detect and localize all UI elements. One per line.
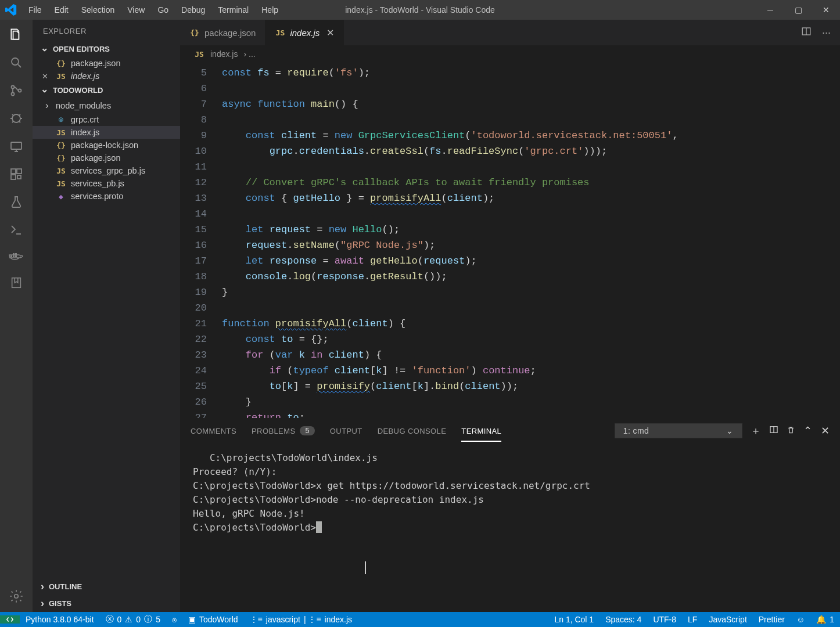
open-editor-item[interactable]: ✕JSindex.js xyxy=(33,70,180,82)
file-item[interactable]: JSservices_grpc_pb.js xyxy=(33,164,180,177)
svg-rect-8 xyxy=(11,175,16,179)
line-number: 26 xyxy=(180,394,222,410)
menu-file[interactable]: File xyxy=(22,2,48,18)
beaker-icon[interactable] xyxy=(9,195,23,209)
file-icon: JS xyxy=(56,72,66,81)
close-icon[interactable]: ✕ xyxy=(812,5,840,15)
menu-selection[interactable]: Selection xyxy=(75,2,121,18)
python-status[interactable]: Python 3.8.0 64-bit xyxy=(20,615,100,624)
prettier-status[interactable]: Prettier xyxy=(753,615,791,624)
panel-tab-debug-console[interactable]: DEBUG CONSOLE xyxy=(378,427,447,435)
editor-tab[interactable]: {}package.json xyxy=(180,20,265,45)
file-item[interactable]: {}package-lock.json xyxy=(33,139,180,152)
folder-item[interactable]: node_modules xyxy=(33,98,180,113)
eol-status[interactable]: LF xyxy=(682,615,703,624)
open-editors-section[interactable]: OPEN EDITORS xyxy=(33,41,180,57)
editor-tabs: {}package.jsonJSindex.js✕ ··· xyxy=(180,20,840,45)
indent-status[interactable]: Spaces: 4 xyxy=(600,615,647,624)
notifications-icon[interactable]: 🔔 1 xyxy=(810,615,840,624)
file-icon: {} xyxy=(56,59,66,68)
remote-icon[interactable] xyxy=(9,139,23,153)
file-item[interactable]: JSservices_pb.js xyxy=(33,177,180,190)
svg-rect-6 xyxy=(11,169,16,174)
workspace-name: TodoWorld xyxy=(199,615,238,624)
breadcrumb-file: index.js xyxy=(210,49,238,59)
panel-tab-output[interactable]: OUTPUT xyxy=(330,427,362,435)
new-terminal-icon[interactable]: ＋ xyxy=(751,424,761,438)
workspace-status[interactable]: ▣ TodoWorld xyxy=(182,615,244,624)
info-icon: ⓘ xyxy=(144,614,152,625)
workspace-section[interactable]: TODOWORLD xyxy=(33,82,180,98)
file-item[interactable]: {}package.json xyxy=(33,152,180,164)
search-icon[interactable] xyxy=(9,56,23,70)
file-name: services_grpc_pb.js xyxy=(71,166,145,175)
menu-go[interactable]: Go xyxy=(151,2,175,18)
split-terminal-icon[interactable] xyxy=(769,425,778,437)
file-icon: ⌾ xyxy=(56,116,66,124)
breadcrumb[interactable]: JS index.js › ... xyxy=(180,45,840,63)
feedback-icon[interactable]: ☺ xyxy=(791,615,810,624)
close-panel-icon[interactable]: ✕ xyxy=(821,424,830,437)
file-icon: JS xyxy=(56,167,66,175)
line-number: 7 xyxy=(180,96,222,112)
more-icon[interactable]: ··· xyxy=(822,27,831,39)
live-share-icon[interactable]: ⍟ xyxy=(166,615,182,624)
line-number: 15 xyxy=(180,222,222,237)
problems-status[interactable]: ⓧ0 ⚠0 ⓘ5 xyxy=(100,614,166,625)
chevron-down-icon: ⌄ xyxy=(726,426,733,435)
remote-indicator[interactable] xyxy=(0,615,20,624)
menu-help[interactable]: Help xyxy=(255,2,285,18)
bookmark-icon[interactable] xyxy=(10,276,23,289)
lang-scope[interactable]: ⋮≡ javascript | ⋮≡ index.js xyxy=(244,615,358,624)
editor-tab[interactable]: JSindex.js✕ xyxy=(265,20,344,45)
debug-icon[interactable] xyxy=(9,111,23,125)
menu-debug[interactable]: Debug xyxy=(175,2,211,18)
code-editor[interactable]: 5const fs = require('fs');67async functi… xyxy=(180,63,840,418)
settings-gear-icon[interactable] xyxy=(9,589,24,604)
line-number: 18 xyxy=(180,269,222,284)
kill-terminal-icon[interactable] xyxy=(787,425,795,437)
open-editor-item[interactable]: {}package.json xyxy=(33,57,180,70)
warn-count: 0 xyxy=(136,615,141,624)
source-control-icon[interactable] xyxy=(9,84,23,98)
terminal-activity-icon[interactable] xyxy=(9,223,23,237)
line-number: 24 xyxy=(180,363,222,379)
svg-rect-5 xyxy=(11,142,21,149)
encoding-status[interactable]: UTF-8 xyxy=(647,615,682,624)
file-item[interactable]: ⌾grpc.crt xyxy=(33,113,180,126)
split-editor-icon[interactable] xyxy=(801,26,812,39)
vscode-logo-icon xyxy=(0,4,22,16)
panel-tab-problems[interactable]: PROBLEMS 5 xyxy=(252,426,315,435)
docker-icon[interactable] xyxy=(9,251,24,262)
close-editor-icon[interactable]: ✕ xyxy=(42,72,51,81)
cursor-position[interactable]: Ln 1, Col 1 xyxy=(548,615,600,624)
svg-point-4 xyxy=(12,114,20,122)
menu-terminal[interactable]: Terminal xyxy=(211,2,255,18)
file-name: services_pb.js xyxy=(71,179,124,188)
maximize-panel-icon[interactable]: ⌃ xyxy=(803,424,812,437)
menu-edit[interactable]: Edit xyxy=(48,2,75,18)
language-mode[interactable]: JavaScript xyxy=(703,615,752,624)
file-name: index.js xyxy=(71,128,99,137)
gists-section[interactable]: GISTS xyxy=(33,595,180,612)
line-number: 20 xyxy=(180,300,222,316)
line-number: 14 xyxy=(180,206,222,222)
terminal[interactable]: C:\projects\TodoWorld\index.jsProceed? (… xyxy=(180,443,840,612)
minimize-icon[interactable]: ─ xyxy=(756,5,784,15)
panel-tab-comments[interactable]: COMMENTS xyxy=(191,427,236,435)
panel-tab-terminal[interactable]: TERMINAL xyxy=(461,427,501,435)
svg-point-3 xyxy=(19,89,21,92)
line-number: 21 xyxy=(180,316,222,331)
terminal-selector[interactable]: 1: cmd⌄ xyxy=(615,423,742,438)
line-number: 27 xyxy=(180,410,222,418)
close-tab-icon[interactable]: ✕ xyxy=(326,27,334,38)
maximize-icon[interactable]: ▢ xyxy=(784,5,812,15)
file-item[interactable]: JSindex.js xyxy=(33,126,180,139)
menu-view[interactable]: View xyxy=(121,2,151,18)
file-item[interactable]: ◆services.proto xyxy=(33,190,180,203)
extensions-icon[interactable] xyxy=(9,167,23,181)
explorer-icon[interactable] xyxy=(9,27,24,42)
info-count: 5 xyxy=(156,615,160,624)
outline-section[interactable]: OUTLINE xyxy=(33,578,180,595)
problems-count-badge: 5 xyxy=(300,426,314,435)
